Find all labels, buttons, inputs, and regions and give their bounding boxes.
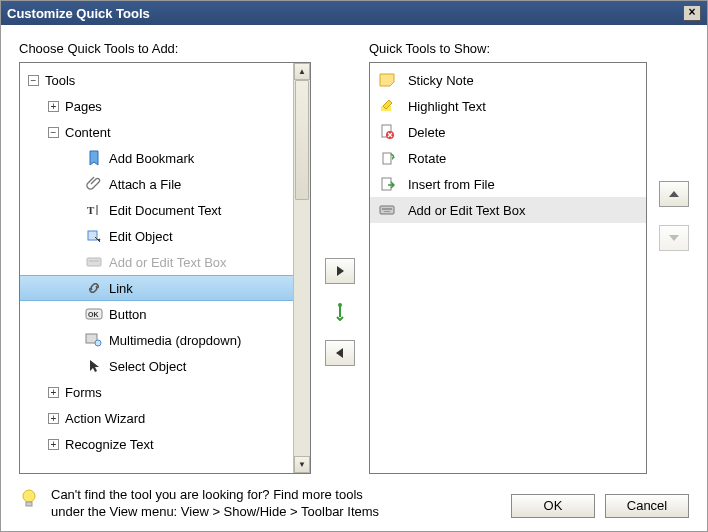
- reorder-buttons: [659, 41, 689, 474]
- tree-item-button[interactable]: OK Button: [20, 301, 293, 327]
- sticky-note-icon: [378, 71, 396, 89]
- text-cursor-icon: T: [85, 201, 103, 219]
- delete-page-icon: [378, 123, 396, 141]
- cursor-icon: [85, 357, 103, 375]
- close-button[interactable]: ×: [683, 5, 701, 21]
- scroll-thumb[interactable]: [295, 80, 309, 200]
- right-pane: Quick Tools to Show: Sticky Note: [369, 41, 647, 474]
- edit-object-icon: [85, 227, 103, 245]
- left-scrollbar[interactable]: ▲ ▼: [293, 63, 310, 473]
- ok-button[interactable]: OK: [511, 494, 595, 518]
- panes: Choose Quick Tools to Add: − Tools + Pag…: [19, 41, 689, 474]
- tree-item-select-object[interactable]: Select Object: [20, 353, 293, 379]
- scroll-down-button[interactable]: ▼: [294, 456, 310, 473]
- tree-label: Button: [109, 307, 147, 322]
- rotate-icon: [378, 149, 396, 167]
- right-pane-label: Quick Tools to Show:: [369, 41, 647, 56]
- content-area: Choose Quick Tools to Add: − Tools + Pag…: [1, 25, 707, 531]
- svg-point-9: [338, 303, 342, 307]
- list-label: Insert from File: [408, 177, 495, 192]
- list-item-rotate[interactable]: Rotate: [370, 145, 646, 171]
- tip-line-2: under the View menu: View > Show/Hide > …: [51, 503, 501, 521]
- svg-rect-4: [89, 260, 99, 262]
- scroll-track[interactable]: [294, 80, 310, 456]
- multimedia-icon: [85, 331, 103, 349]
- separator-icon: [332, 302, 348, 322]
- expand-icon[interactable]: +: [48, 101, 59, 112]
- tree-label: Add or Edit Text Box: [109, 255, 227, 270]
- triangle-right-icon: [335, 265, 345, 277]
- add-button[interactable]: [325, 258, 355, 284]
- highlight-icon: [378, 97, 396, 115]
- collapse-icon[interactable]: −: [28, 75, 39, 86]
- tree-label: Pages: [65, 99, 102, 114]
- typewriter-icon: [378, 201, 396, 219]
- list-item-delete[interactable]: Delete: [370, 119, 646, 145]
- titlebar: Customize Quick Tools ×: [1, 1, 707, 25]
- move-up-button[interactable]: [659, 181, 689, 207]
- tip-text: Can't find the tool you are looking for?…: [51, 486, 501, 521]
- tree-label: Edit Document Text: [109, 203, 221, 218]
- remove-button[interactable]: [325, 340, 355, 366]
- tree-node-pages[interactable]: + Pages: [20, 93, 293, 119]
- link-icon: [85, 279, 103, 297]
- list-item-highlight-text[interactable]: Highlight Text: [370, 93, 646, 119]
- svg-rect-16: [382, 208, 392, 210]
- tree-node-recognize-text[interactable]: + Recognize Text: [20, 431, 293, 457]
- move-down-button[interactable]: [659, 225, 689, 251]
- list-item-sticky-note[interactable]: Sticky Note: [370, 67, 646, 93]
- svg-point-8: [95, 340, 101, 346]
- dialog-buttons: OK Cancel: [511, 486, 689, 518]
- tree-item-multimedia[interactable]: Multimedia (dropdown): [20, 327, 293, 353]
- right-listbox[interactable]: Sticky Note Highlight Text: [369, 62, 647, 474]
- tree-node-forms[interactable]: + Forms: [20, 379, 293, 405]
- list-label: Rotate: [408, 151, 446, 166]
- expand-icon[interactable]: +: [48, 387, 59, 398]
- svg-rect-17: [384, 211, 390, 212]
- dialog: Customize Quick Tools × Choose Quick Too…: [0, 0, 708, 532]
- svg-rect-14: [382, 178, 391, 190]
- expand-icon[interactable]: +: [48, 439, 59, 450]
- tree-label: Recognize Text: [65, 437, 154, 452]
- typewriter-icon: [85, 253, 103, 271]
- tree-label: Multimedia (dropdown): [109, 333, 241, 348]
- triangle-down-icon: [668, 233, 680, 243]
- tree-item-link[interactable]: Link: [20, 275, 293, 301]
- collapse-icon[interactable]: −: [48, 127, 59, 138]
- ok-button-icon: OK: [85, 305, 103, 323]
- cancel-button[interactable]: Cancel: [605, 494, 689, 518]
- dialog-title: Customize Quick Tools: [7, 6, 150, 21]
- svg-rect-2: [88, 231, 97, 240]
- tree-label: Select Object: [109, 359, 186, 374]
- list-item-insert-file[interactable]: Insert from File: [370, 171, 646, 197]
- tree-node-tools[interactable]: − Tools: [20, 67, 293, 93]
- list-label: Highlight Text: [408, 99, 486, 114]
- tip-line-1: Can't find the tool you are looking for?…: [51, 486, 501, 504]
- left-pane: Choose Quick Tools to Add: − Tools + Pag…: [19, 41, 311, 474]
- left-listbox[interactable]: − Tools + Pages − Content: [19, 62, 311, 474]
- tree-item-attach-file[interactable]: Attach a File: [20, 171, 293, 197]
- list-item-add-edit-textbox[interactable]: Add or Edit Text Box: [370, 197, 646, 223]
- scroll-up-button[interactable]: ▲: [294, 63, 310, 80]
- tree-label: Attach a File: [109, 177, 181, 192]
- tree-node-action-wizard[interactable]: + Action Wizard: [20, 405, 293, 431]
- triangle-left-icon: [335, 347, 345, 359]
- list-label: Sticky Note: [408, 73, 474, 88]
- svg-text:T: T: [87, 204, 95, 216]
- tree-item-edit-doc-text[interactable]: T Edit Document Text: [20, 197, 293, 223]
- triangle-up-icon: [668, 189, 680, 199]
- paperclip-icon: [85, 175, 103, 193]
- tree-item-add-bookmark[interactable]: Add Bookmark: [20, 145, 293, 171]
- tree-label: Tools: [45, 73, 75, 88]
- expand-icon[interactable]: +: [48, 413, 59, 424]
- tree-item-edit-object[interactable]: Edit Object: [20, 223, 293, 249]
- footer: Can't find the tool you are looking for?…: [19, 474, 689, 521]
- tree-label: Edit Object: [109, 229, 173, 244]
- tree-node-content[interactable]: − Content: [20, 119, 293, 145]
- tree-label: Action Wizard: [65, 411, 145, 426]
- tree-label: Link: [109, 281, 133, 296]
- bookmark-icon: [85, 149, 103, 167]
- insert-file-icon: [378, 175, 396, 193]
- tree: − Tools + Pages − Content: [20, 63, 293, 473]
- left-pane-label: Choose Quick Tools to Add:: [19, 41, 311, 56]
